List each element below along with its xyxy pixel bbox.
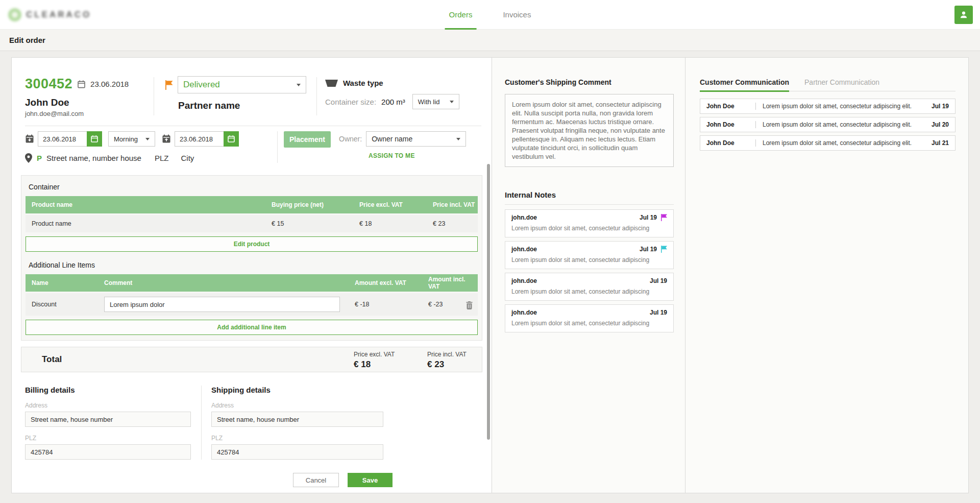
order-number: 300452: [25, 76, 72, 92]
col-amount-incl: Amount incl. VAT: [424, 276, 478, 290]
note-date: Jul 19: [640, 246, 657, 253]
note-card[interactable]: john.doe Jul 19 Lorem ipsum dolor sit am…: [505, 209, 674, 237]
note-card[interactable]: john.doe Jul 19 Lorem ipsum dolor sit am…: [505, 241, 674, 269]
container-section-title: Container: [29, 183, 478, 191]
col-amount-excl: Amount excl. VAT: [351, 279, 424, 286]
note-text: Lorem ipsum dolor sit amet, consectetur …: [511, 288, 667, 295]
shipping-details: Shipping details Address PLZ: [202, 386, 383, 460]
billing-title: Billing details: [25, 386, 191, 394]
note-text: Lorem ipsum dolor sit amet, consectetur …: [511, 225, 667, 232]
trash-icon: [466, 301, 473, 309]
container-table-row: Product name € 15 € 18 € 23: [26, 215, 478, 232]
divider: [755, 103, 756, 110]
notes-panel: Customer's Shipping Comment Lorem ipsum …: [492, 58, 685, 493]
cancel-button[interactable]: Cancel: [293, 473, 339, 487]
message-date: Jul 20: [932, 121, 949, 128]
container-size-value: 200 m³: [381, 98, 405, 106]
shipping-address-input[interactable]: [211, 412, 383, 427]
note-date: Jul 19: [650, 277, 667, 284]
line-items-table-row: Discount € -18 € -23: [26, 293, 478, 316]
tab-orders[interactable]: Orders: [445, 0, 477, 30]
divider: [505, 204, 674, 205]
form-actions: Cancel Save: [293, 473, 492, 487]
waste-container-icon: [325, 80, 338, 87]
billing-plz-input[interactable]: [25, 444, 191, 460]
add-line-item-button[interactable]: Add additional line item: [26, 320, 478, 335]
waste-type-label: Waste type: [343, 79, 383, 87]
save-button[interactable]: Save: [348, 473, 393, 487]
communication-panel: Customer Communication Partner Communica…: [685, 58, 968, 493]
delivery-date-picker-button[interactable]: [87, 131, 102, 147]
owner-select[interactable]: Owner name: [366, 131, 466, 147]
order-form-panel: 300452 23.06.2018 John Doe john.doe@mail…: [12, 58, 492, 493]
total-label: Total: [42, 354, 62, 365]
owner-block: Owner: Owner name ASSIGN TO ME: [339, 131, 466, 160]
address-city: City: [181, 154, 194, 162]
note-author: john.doe: [511, 309, 537, 316]
edit-product-button[interactable]: Edit product: [26, 236, 478, 252]
products-panel: Container Product name Buying price (net…: [21, 175, 482, 341]
main-nav-tabs: Orders Invoices: [445, 0, 535, 30]
message-row[interactable]: John Doe Lorem ipsum dolor sit amet, con…: [700, 117, 955, 132]
time-of-day-value: Morning: [114, 135, 138, 143]
message-date: Jul 21: [932, 139, 949, 147]
delete-line-item-button[interactable]: [466, 299, 478, 309]
message-sender: John Doe: [706, 139, 755, 147]
note-card[interactable]: john.doe Jul 19 Lorem ipsum dolor sit am…: [505, 273, 674, 301]
order-status-select[interactable]: Delivered: [178, 76, 306, 93]
note-card[interactable]: john.doe Jul 19 Lorem ipsum dolor sit am…: [505, 304, 674, 332]
col-comment: Comment: [100, 279, 351, 286]
pickup-date-picker-button[interactable]: [224, 131, 239, 147]
partner-name: Partner name: [178, 100, 316, 111]
col-price-excl: Price excl. VAT: [355, 201, 429, 208]
communication-tabs: Customer Communication Partner Communica…: [700, 78, 955, 91]
total-incl-label: Price incl. VAT: [427, 351, 467, 358]
status-flag-icon: [165, 80, 173, 90]
container-table-header: Product name Buying price (net) Price ex…: [26, 196, 478, 213]
logo-text: CLEARACO: [26, 10, 91, 20]
assign-to-me-link[interactable]: ASSIGN TO ME: [369, 152, 415, 159]
col-name: Name: [26, 279, 100, 286]
line-item-comment-input[interactable]: [104, 297, 340, 312]
pickup-date-input[interactable]: [175, 131, 224, 147]
total-excl-label: Price excl. VAT: [354, 351, 395, 358]
shipping-title: Shipping details: [211, 386, 383, 394]
order-status-value: Delivered: [183, 80, 220, 90]
placement-button[interactable]: Placement: [284, 131, 331, 148]
cell-price-incl: € 23: [429, 220, 478, 227]
order-date: 23.06.2018: [90, 80, 129, 88]
cell-buying-price: € 15: [267, 220, 355, 227]
shipping-comment-box[interactable]: Lorem ipsum dolor sit amet, consectetur …: [505, 94, 674, 167]
total-excl-group: Price excl. VAT € 18: [354, 351, 395, 370]
status-block: Delivered Partner name: [154, 76, 316, 117]
billing-address-input[interactable]: [25, 412, 191, 427]
cell-amount-excl: € -18: [351, 301, 424, 308]
app-logo: CLEARACO: [8, 8, 91, 21]
waste-block: Waste type Container size: 200 m³ With l…: [317, 76, 492, 117]
message-date: Jul 19: [932, 103, 949, 110]
shipping-address-label: Address: [211, 402, 383, 409]
message-row[interactable]: John Doe Lorem ipsum dolor sit amet, con…: [700, 99, 955, 114]
shipping-plz-input[interactable]: [211, 444, 383, 460]
logo-icon: [8, 8, 21, 21]
owner-value: Owner name: [372, 135, 412, 143]
message-list: John Doe Lorem ipsum dolor sit amet, con…: [700, 99, 955, 151]
delivery-date-input[interactable]: [38, 131, 87, 147]
time-of-day-select[interactable]: Morning: [108, 131, 155, 147]
line-items-table-header: Name Comment Amount excl. VAT Amount inc…: [26, 274, 478, 292]
note-text: Lorem ipsum dolor sit amet, consectetur …: [511, 256, 667, 264]
chevron-down-icon: [145, 138, 150, 140]
lid-select[interactable]: With lid: [412, 94, 459, 109]
calendar-pickup-icon: [162, 134, 171, 143]
message-row[interactable]: John Doe Lorem ipsum dolor sit amet, con…: [700, 135, 955, 151]
tab-customer-communication[interactable]: Customer Communication: [700, 78, 789, 92]
scrollbar-thumb[interactable]: [487, 164, 490, 440]
chevron-down-icon: [456, 138, 460, 140]
calendar-icon: [228, 135, 235, 142]
tab-invoices[interactable]: Invoices: [499, 0, 535, 30]
line-items-section-title: Additional Line Items: [29, 261, 478, 269]
details-section: Billing details Address PLZ Shipping det…: [12, 372, 492, 460]
address-marker: P: [37, 154, 42, 162]
tab-partner-communication[interactable]: Partner Communication: [804, 78, 879, 91]
user-account-button[interactable]: [954, 6, 973, 24]
